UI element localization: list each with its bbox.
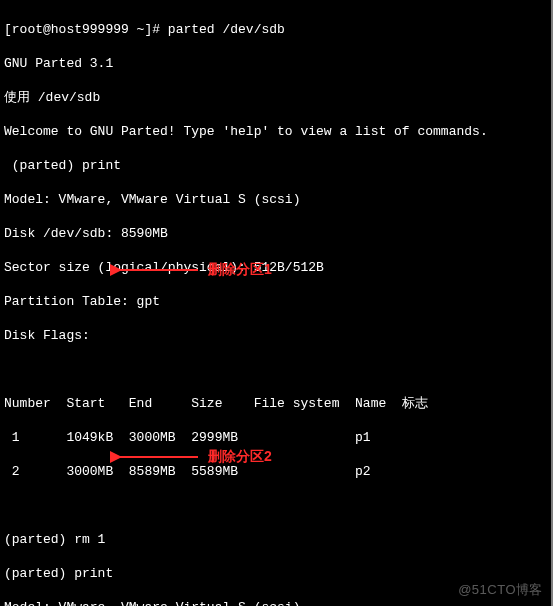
watermark-text: @51CTO博客	[458, 581, 543, 598]
annotation-label: 删除分区1	[208, 261, 272, 278]
partition-table: Partition Table: gpt	[4, 293, 549, 310]
using-device: 使用 /dev/sdb	[4, 89, 549, 106]
parted-cmd-rm1[interactable]: (parted) rm 1	[4, 531, 549, 548]
annotation-label: 删除分区2	[208, 448, 272, 465]
parted-cmd-print[interactable]: (parted) print	[4, 157, 549, 174]
terminal-output: [root@host999999 ~]# parted /dev/sdb GNU…	[0, 0, 553, 606]
partition-row-1: 1 1049kB 3000MB 2999MB p1	[4, 429, 549, 446]
disk-model: Model: VMware, VMware Virtual S (scsi)	[4, 599, 549, 606]
arrow-left-icon	[110, 449, 200, 465]
annotation-delete-partition-1: 删除分区1	[110, 261, 272, 278]
annotation-delete-partition-2: 删除分区2	[110, 448, 272, 465]
disk-size: Disk /dev/sdb: 8590MB	[4, 225, 549, 242]
arrow-left-icon	[110, 262, 200, 278]
blank-line	[4, 497, 549, 514]
welcome-message: Welcome to GNU Parted! Type 'help' to vi…	[4, 123, 549, 140]
sector-size: Sector size (logical/physical): 512B/512…	[4, 259, 549, 276]
disk-model: Model: VMware, VMware Virtual S (scsi)	[4, 191, 549, 208]
parted-cmd-print[interactable]: (parted) print	[4, 565, 549, 582]
disk-flags: Disk Flags:	[4, 327, 549, 344]
partition-row-2: 2 3000MB 8589MB 5589MB p2	[4, 463, 549, 480]
partition-header: Number Start End Size File system Name 标…	[4, 395, 549, 412]
parted-version: GNU Parted 3.1	[4, 55, 549, 72]
shell-prompt-line[interactable]: [root@host999999 ~]# parted /dev/sdb	[4, 21, 549, 38]
blank-line	[4, 361, 549, 378]
